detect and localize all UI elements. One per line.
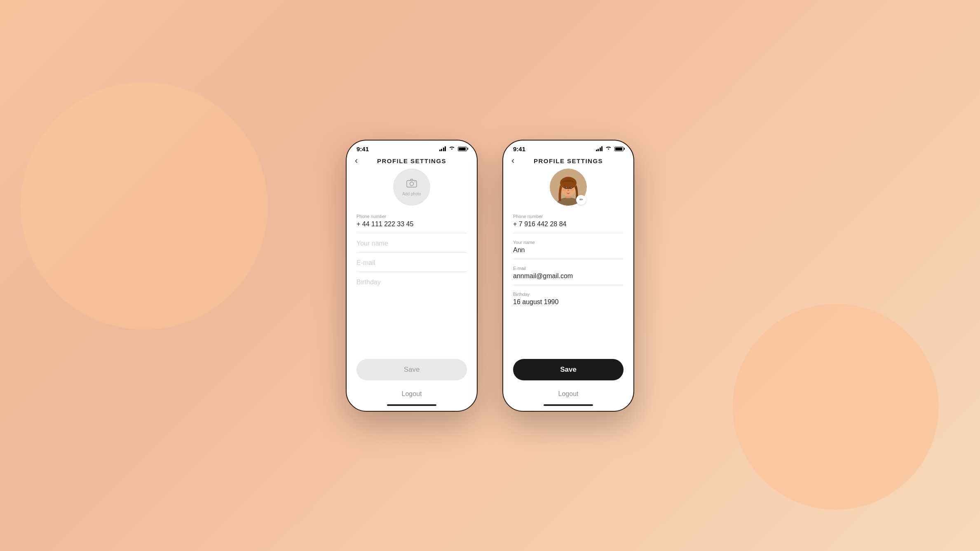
- phone-1-content: Add photo Phone number + 44 111 222 33 4…: [347, 169, 477, 401]
- svg-point-9: [565, 187, 567, 189]
- field-value-name-2[interactable]: Ann: [513, 246, 624, 254]
- svg-point-14: [563, 189, 566, 191]
- logout-button-1[interactable]: Logout: [356, 387, 467, 401]
- field-placeholder-birthday-1[interactable]: Birthday: [356, 279, 467, 286]
- nav-bar-2: ‹ PROFILE SETTINGS: [503, 156, 633, 169]
- status-icons-2: [596, 146, 624, 152]
- phones-container: 9:41 ‹ PROFILE SETTIN: [346, 140, 634, 412]
- phone-1: 9:41 ‹ PROFILE SETTIN: [346, 140, 478, 412]
- field-phone-1: Phone number + 44 111 222 33 45: [356, 214, 467, 233]
- phone-2-content: ✏ Phone number + 7 916 442 28 84 Your na…: [503, 169, 633, 401]
- page-title-2: PROFILE SETTINGS: [534, 157, 603, 164]
- field-birthday-1: Birthday: [356, 279, 467, 291]
- field-label-phone-2: Phone number: [513, 214, 624, 219]
- back-button-1[interactable]: ‹: [355, 155, 358, 166]
- field-value-phone-2[interactable]: + 7 916 442 28 84: [513, 220, 624, 228]
- svg-point-11: [566, 187, 567, 188]
- svg-point-1: [410, 182, 414, 185]
- field-name-1: Your name: [356, 240, 467, 253]
- spacer-2: [513, 317, 624, 359]
- wifi-icon-2: [605, 146, 612, 152]
- home-bar-2: [544, 404, 593, 406]
- home-bar-1: [387, 404, 436, 406]
- edit-avatar-button-2[interactable]: ✏: [576, 195, 586, 205]
- svg-point-12: [571, 187, 572, 188]
- avatar-section-1: Add photo: [356, 169, 467, 206]
- avatar-with-photo-2: ✏: [550, 169, 587, 206]
- avatar-section-2: ✏: [513, 169, 624, 206]
- signal-icon-1: [439, 146, 446, 151]
- status-bar-1: 9:41: [347, 141, 477, 156]
- status-icons-1: [439, 146, 467, 152]
- field-placeholder-email-1[interactable]: E-mail: [356, 259, 467, 267]
- wifi-icon-1: [449, 146, 455, 152]
- page-title-1: PROFILE SETTINGS: [377, 157, 446, 164]
- svg-point-10: [570, 187, 572, 189]
- pencil-icon: ✏: [579, 197, 583, 202]
- field-placeholder-name-1[interactable]: Your name: [356, 240, 467, 247]
- field-name-2: Your name Ann: [513, 240, 624, 259]
- back-button-2[interactable]: ‹: [511, 155, 514, 166]
- field-label-phone-1: Phone number: [356, 214, 467, 219]
- home-indicator-2: [503, 401, 633, 411]
- battery-icon-1: [458, 147, 467, 151]
- field-value-email-2[interactable]: annmail@gmail.com: [513, 272, 624, 280]
- signal-icon-2: [596, 146, 603, 151]
- nav-bar-1: ‹ PROFILE SETTINGS: [347, 156, 477, 169]
- field-value-birthday-2[interactable]: 16 august 1990: [513, 298, 624, 306]
- field-email-2: E-mail annmail@gmail.com: [513, 266, 624, 285]
- field-label-name-2: Your name: [513, 240, 624, 245]
- avatar-placeholder-1[interactable]: Add photo: [393, 169, 430, 206]
- spacer-1: [356, 298, 467, 359]
- svg-point-15: [570, 189, 574, 191]
- svg-point-13: [567, 190, 570, 191]
- field-email-1: E-mail: [356, 259, 467, 272]
- save-button-2[interactable]: Save: [513, 359, 624, 380]
- field-value-phone-1[interactable]: + 44 111 222 33 45: [356, 220, 467, 228]
- time-2: 9:41: [513, 145, 525, 152]
- logout-button-2[interactable]: Logout: [513, 387, 624, 401]
- svg-point-2: [415, 181, 415, 182]
- phone-2: 9:41 ‹ PROFILE SETTIN: [502, 140, 634, 412]
- field-label-birthday-2: Birthday: [513, 292, 624, 297]
- svg-point-8: [560, 177, 577, 189]
- field-birthday-2: Birthday 16 august 1990: [513, 292, 624, 311]
- status-bar-2: 9:41: [503, 141, 633, 156]
- field-phone-2: Phone number + 7 916 442 28 84: [513, 214, 624, 233]
- field-label-email-2: E-mail: [513, 266, 624, 271]
- save-button-1[interactable]: Save: [356, 359, 467, 380]
- battery-icon-2: [614, 147, 624, 151]
- add-photo-label: Add photo: [402, 192, 421, 196]
- home-indicator-1: [347, 401, 477, 411]
- camera-icon-1: [406, 178, 417, 191]
- time-1: 9:41: [356, 145, 369, 152]
